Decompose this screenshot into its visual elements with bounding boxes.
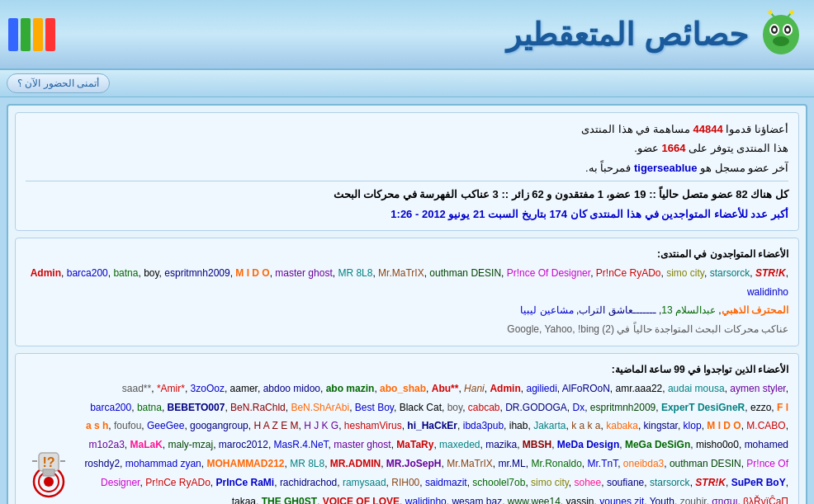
pm-mrjoseph: MR.JoSepH (386, 458, 442, 469)
login-button[interactable]: أتمنى الحضور الآن ؟ (7, 73, 110, 93)
pm-esprit: espritmnh2009 (590, 402, 655, 413)
pm-maroc2012: maroc2012 (219, 439, 268, 450)
om-princeryado: Pr!nCe RyADo (596, 267, 661, 279)
bar-red (45, 18, 55, 51)
om-mrmatrix: Mr.MaTrIX (378, 267, 424, 279)
om-prince: Pr!nce Of Designer (507, 267, 590, 279)
pm-foufou: foufou (114, 420, 141, 431)
pm-ramysaad: ramysaad (343, 477, 386, 488)
pm-mega: MeGa DeSiGn (625, 439, 690, 450)
pm-superboy: SuPeR BoY (731, 477, 786, 488)
pm-hesham: heshamVirus (344, 420, 402, 431)
header-right (8, 18, 55, 51)
bar-green (21, 18, 31, 51)
stats-line2: هذا المنتدى يتوفر على 1664 عضو. (26, 139, 788, 158)
pm-onsmi: σησμι (712, 496, 737, 504)
pm-hani: Hani (464, 383, 485, 394)
pm-mzyan: mohammad zyan (125, 458, 201, 469)
svg-point-7 (773, 36, 789, 46)
pm-geegee: GeeGee (147, 420, 184, 431)
bar-orange (33, 18, 43, 51)
pm-mrtnt: Mr.TnT (588, 458, 618, 469)
om-ar3: ـــــــعاشق التراب (579, 304, 655, 316)
pm-mrml: mr.ML (498, 458, 525, 469)
pm-meda: MeDa Design (557, 439, 619, 450)
pm-kaka: k a k a (571, 420, 600, 431)
pm-hazem: H A Z E M (253, 420, 298, 431)
om-strik: STR!K (755, 267, 786, 279)
pm-3zoo: 3zoOoz (191, 383, 225, 394)
pm-rachidrachod: rachidrachod (280, 477, 337, 488)
pm-youth: Youth (650, 496, 674, 504)
pm-wesambaz: wesam baz (452, 496, 502, 504)
pm-mr8l82: MR 8L8 (290, 458, 324, 469)
pm-mazika: mazika (485, 439, 517, 450)
pm-zouhir: zouhir (680, 496, 707, 504)
pm-maxeded: maxeded (439, 439, 480, 450)
om-mr8l8: MR 8L8 (338, 267, 372, 279)
pm-walidinho2: walidinho (405, 496, 447, 504)
online-title: الأعضاء المتواجدون في المنتدى: (657, 248, 788, 260)
past-section: ?! الأعضاء الذين تواجدوا في 99 ساعة الما… (15, 353, 799, 504)
pm-abu: Abu** (432, 383, 459, 394)
pm-thegh0st: THE GH0ST (262, 496, 317, 504)
pm-kingstar: kingstar (644, 420, 678, 431)
om-ar2: عبدالسلام 13 (661, 304, 716, 316)
om-ar4: مشاعين ليبيا (520, 304, 573, 316)
logo-text: حصائص المتعقطير (506, 16, 748, 53)
om-espritmnh2009: espritmnh2009 (164, 267, 230, 279)
pm-cabcab: cabcab (468, 402, 500, 413)
pm-kabaka: kabaka (606, 420, 638, 431)
logo-area: حصائص المتعقطير (506, 10, 806, 59)
pm-schoolel7ob: schoolel7ob (472, 477, 525, 488)
pm-starsorck2: starsorck (650, 477, 690, 488)
pm-matary: MaTaRy (396, 439, 433, 450)
pm-jakarta: Jakarta (533, 420, 566, 431)
stats-line1: أعضاؤنا قدموا 44844 مساهمة في هذا المنتد… (26, 120, 788, 139)
pm-mradmin: MR.ADMIN (330, 458, 381, 469)
pm-benrachld: BeN.RaChld (230, 402, 286, 413)
pm-mrronaldo: Mr.Ronaldo (531, 458, 581, 469)
pm-boy: boy (447, 402, 462, 413)
pm-saidmazit: saidmazit (425, 477, 467, 488)
pm-hjkg: H J K G (304, 420, 338, 431)
pm-mcabo: M.CABO (746, 420, 785, 431)
om-ar1: المحترف الذهبي (722, 304, 788, 316)
pm-batna: batna (137, 402, 162, 413)
svg-point-0 (763, 15, 799, 54)
pm-amr: amr.aaa22 (616, 383, 663, 394)
pm-takaa: takaa (232, 496, 256, 504)
om-admin: Admin (31, 267, 61, 279)
target-robot-icon: ?! (24, 445, 73, 502)
om-starsorck: starsorck (710, 267, 750, 279)
svg-point-9 (769, 10, 773, 14)
om-simocity: simo city (666, 267, 704, 279)
pm-strik2: STR!K (695, 477, 726, 488)
pm-alforoon: AlFoROoN (562, 383, 610, 394)
mascot-icon (756, 10, 806, 59)
pm-m1o2a3: m1o2a3 (88, 439, 124, 450)
pm-mbsh: MBSH (523, 439, 551, 450)
pm-abdoo: abdoo midoo (263, 383, 320, 394)
search-engines-label: عناكب محركات البحث المتواجدة حالياً في G… (507, 323, 788, 335)
past-members-title: الأعضاء الذين تواجدوا في 99 ساعة الماضية… (26, 360, 788, 379)
svg-point-14 (44, 477, 54, 487)
pm-admin: Admin (490, 383, 520, 394)
pm-rih00: RIH00 (391, 477, 419, 488)
divider1 (26, 181, 788, 181)
pm-blackcat: Black Cat (400, 402, 442, 413)
pm-soufiane: soufiane (607, 477, 644, 488)
stats-line3: آخر عضو مسجل هو tigerseablue فمرحباً به. (26, 158, 788, 177)
pm-dx: Dx (573, 402, 585, 413)
pm-sohee: sohee (575, 477, 602, 488)
record-stats: أكبر عدد للأعضاء المتواجدين في هذا المنت… (26, 205, 788, 224)
om-masterghost: master ghost (275, 267, 332, 279)
pm-wwwwee14: www.wee14 (508, 496, 561, 504)
bar-blue (8, 18, 18, 51)
pm-moh212: MOHAMMAD212 (206, 458, 284, 469)
pm-yassin: yassin (566, 496, 594, 504)
om-outhman: outhman DESIN (429, 267, 501, 279)
past-members-list: saad**, *Amir*, 3zoOoz, aamer, abdoo mid… (26, 379, 788, 504)
pm-aboshab: abo_shab (380, 383, 426, 394)
pm-barca200: barca200 (90, 402, 131, 413)
